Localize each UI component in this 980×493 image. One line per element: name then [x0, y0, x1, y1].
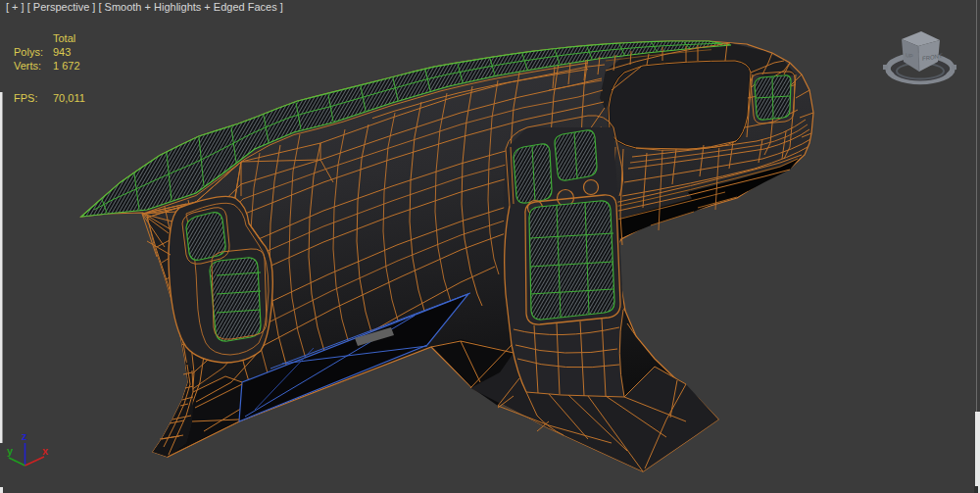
svg-text:x: x	[42, 445, 49, 457]
svg-text:y: y	[7, 445, 14, 457]
svg-text:z: z	[22, 430, 27, 442]
svg-text:UP: UP	[906, 52, 913, 59]
